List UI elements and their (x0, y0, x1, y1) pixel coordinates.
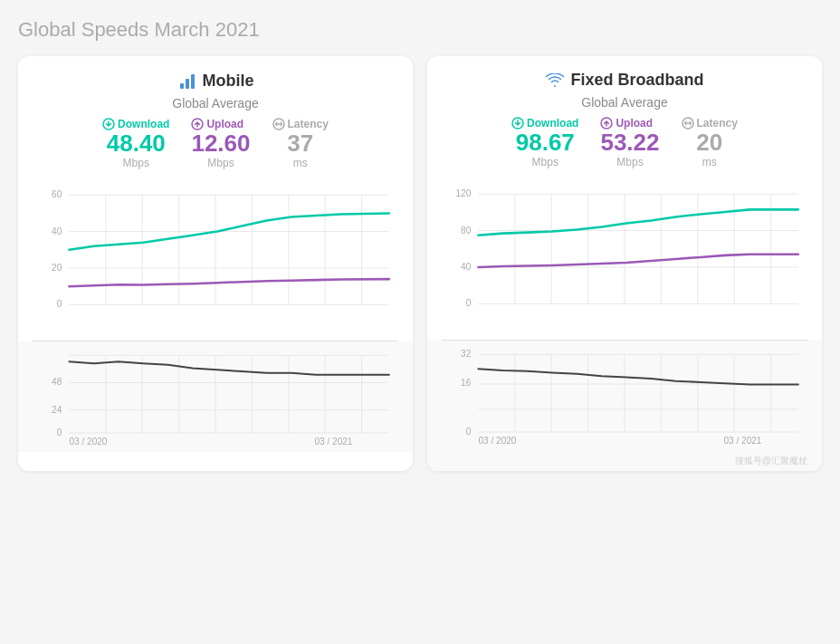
wifi-icon (545, 73, 565, 88)
broadband-download-metric: Download 98.67 Mbps (511, 117, 578, 168)
broadband-metrics-row: Download 98.67 Mbps Upload 53.22 Mbps (442, 117, 807, 168)
mobile-download-metric: Download 48.40 Mbps (102, 118, 169, 169)
svg-text:03 / 2020: 03 / 2020 (478, 437, 516, 447)
svg-text:03 / 2021: 03 / 2021 (723, 437, 761, 447)
svg-text:40: 40 (52, 226, 62, 235)
mobile-card-header: Mobile Global Average Download 48.40 Mbp… (33, 71, 398, 169)
broadband-speed-svg: 0 40 80 120 (442, 176, 807, 341)
title-text: Global Speeds (18, 18, 148, 41)
broadband-type: Fixed Broadband (442, 71, 807, 90)
broadband-upload-value: 53.22 (600, 130, 659, 156)
upload-icon (191, 118, 204, 130)
mobile-card: Mobile Global Average Download 48.40 Mbp… (18, 56, 413, 471)
broadband-latency-unit: ms (682, 156, 738, 168)
latency-icon (272, 118, 285, 130)
broadband-download-value: 98.67 (511, 130, 578, 156)
broadband-card-header: Fixed Broadband Global Average Download … (442, 71, 807, 168)
date-text: March 2021 (154, 18, 259, 41)
broadband-download-unit: Mbps (511, 156, 578, 168)
mobile-type: Mobile (33, 71, 398, 91)
broadband-upload-label: Upload (600, 117, 659, 130)
svg-text:40: 40 (461, 262, 472, 272)
mobile-latency-value: 37 (272, 130, 329, 157)
mobile-latency-svg: 0 24 48 03 / 2020 03 / 2021 (33, 341, 398, 451)
download-icon (102, 118, 115, 130)
svg-text:0: 0 (57, 299, 62, 309)
mobile-global-avg: Global Average (33, 96, 398, 111)
broadband-latency-metric: Latency 20 ms (682, 117, 738, 168)
svg-rect-0 (180, 83, 184, 89)
mobile-upload-metric: Upload 12.60 Mbps (191, 118, 250, 169)
mobile-latency-chart: 0 24 48 03 / 2020 03 / 2021 (18, 341, 413, 451)
broadband-upload-unit: Mbps (600, 156, 659, 168)
mobile-upload-label: Upload (191, 118, 250, 130)
broadband-global-avg: Global Average (442, 95, 807, 110)
page-title: Global Speeds March 2021 (18, 18, 822, 42)
mobile-speed-chart: 0 20 40 60 (33, 177, 398, 341)
svg-text:120: 120 (455, 188, 471, 198)
broadband-latency-label: Latency (682, 117, 738, 130)
mobile-upload-value: 12.60 (191, 130, 250, 157)
mobile-latency-label: Latency (272, 118, 329, 130)
broadband-download-icon (511, 117, 524, 130)
mobile-speed-svg: 0 20 40 60 (33, 177, 398, 341)
mobile-latency-metric: Latency 37 ms (272, 118, 329, 169)
broadband-download-label: Download (511, 117, 578, 130)
svg-text:0: 0 (466, 427, 472, 437)
broadband-latency-chart: 0 16 32 03 / 2020 03 / 2021 搜狐号@汇聚魔杖 (427, 341, 822, 470)
svg-text:03 / 2020: 03 / 2020 (69, 437, 107, 447)
svg-text:48: 48 (52, 378, 62, 388)
svg-rect-2 (191, 74, 195, 89)
cards-row: Mobile Global Average Download 48.40 Mbp… (18, 56, 822, 471)
broadband-latency-value: 20 (682, 130, 738, 156)
broadband-speed-chart: 0 40 80 120 (442, 176, 807, 341)
svg-text:60: 60 (52, 189, 62, 199)
mobile-type-label: Mobile (203, 72, 254, 91)
watermark: 搜狐号@汇聚魔杖 (442, 451, 807, 471)
broadband-upload-icon (600, 117, 613, 130)
mobile-metrics-row: Download 48.40 Mbps Upload 12.60 Mbps (33, 118, 398, 169)
mobile-download-unit: Mbps (102, 157, 169, 169)
svg-text:32: 32 (461, 350, 472, 360)
broadband-type-label: Fixed Broadband (570, 71, 703, 90)
mobile-latency-unit: ms (272, 157, 329, 169)
svg-text:0: 0 (57, 428, 62, 437)
svg-text:0: 0 (466, 298, 472, 308)
mobile-icon (177, 71, 197, 91)
broadband-latency-svg: 0 16 32 03 / 2020 03 / 2021 (442, 341, 807, 450)
broadband-latency-icon (682, 117, 694, 130)
svg-text:03 / 2021: 03 / 2021 (314, 437, 352, 447)
broadband-upload-metric: Upload 53.22 Mbps (600, 117, 659, 168)
svg-text:16: 16 (461, 379, 472, 389)
mobile-download-label: Download (102, 118, 169, 130)
broadband-card: Fixed Broadband Global Average Download … (427, 56, 822, 471)
svg-text:20: 20 (52, 263, 62, 273)
svg-text:80: 80 (461, 225, 472, 235)
mobile-download-value: 48.40 (102, 130, 169, 157)
svg-rect-1 (186, 79, 189, 89)
svg-text:24: 24 (52, 405, 62, 415)
mobile-upload-unit: Mbps (191, 157, 250, 169)
